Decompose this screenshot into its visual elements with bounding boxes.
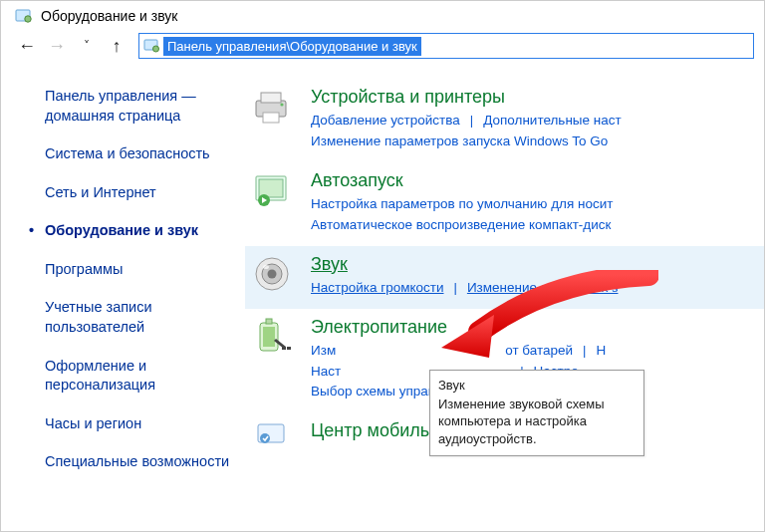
tooltip-body: Изменение звуковой схемы компьютера и на…: [438, 396, 636, 448]
category-sound[interactable]: Звук Настройка громкости | Изменение сис…: [245, 246, 764, 309]
recent-dropdown-icon[interactable]: ˅: [75, 34, 99, 58]
link-separator: |: [583, 341, 586, 362]
mobility-icon: [251, 420, 295, 464]
category-devices: Устройства и принтеры Добавление устройс…: [245, 79, 764, 162]
window-title: Оборудование и звук: [41, 8, 178, 24]
svg-point-15: [263, 265, 269, 269]
sidebar-item-accessibility[interactable]: Специальные возможности: [45, 452, 235, 472]
tooltip-title: Звук: [438, 377, 636, 395]
address-text: Панель управления\Оборудование и звук: [163, 37, 421, 56]
sidebar: Панель управления — домашняя страница Си…: [1, 63, 245, 523]
category-autoplay: Автозапуск Настройка параметров по умолч…: [245, 162, 764, 246]
link-power-nast[interactable]: Наст: [311, 362, 341, 383]
battery-plug-icon: [251, 317, 295, 361]
svg-rect-20: [287, 347, 291, 350]
sidebar-item-hardware-sound[interactable]: Оборудование и звук: [45, 221, 235, 241]
svg-point-7: [280, 103, 283, 106]
svg-rect-18: [263, 327, 275, 347]
sidebar-item-network[interactable]: Сеть и Интернет: [45, 183, 235, 203]
link-autoplay-defaults[interactable]: Настройка параметров по умолчанию для но…: [311, 194, 613, 215]
link-windows-to-go[interactable]: Изменение параметров запуска Windows To …: [311, 132, 608, 152]
sidebar-item-clock-region[interactable]: Часы и регион: [45, 414, 235, 434]
category-title-autoplay[interactable]: Автозапуск: [311, 170, 754, 191]
link-separator: |: [470, 111, 473, 132]
link-power-change[interactable]: Изм: [311, 341, 336, 362]
address-icon: [141, 35, 163, 57]
link-system-sounds[interactable]: Изменение системных з: [467, 278, 619, 299]
sidebar-item-home[interactable]: Панель управления — домашняя страница: [45, 87, 235, 126]
svg-point-14: [268, 269, 277, 278]
sidebar-item-appearance[interactable]: Оформление и персонализация: [45, 357, 235, 396]
link-autoplay-cd[interactable]: Автоматическое воспроизведение компакт-д…: [311, 215, 611, 236]
svg-point-22: [260, 433, 270, 443]
nav-toolbar: ← → ˅ ↑ Панель управления\Оборудование и…: [1, 29, 764, 63]
category-title-sound[interactable]: Звук: [311, 254, 754, 275]
link-volume[interactable]: Настройка громкости: [311, 278, 443, 299]
svg-point-1: [25, 16, 31, 22]
forward-button[interactable]: →: [45, 34, 69, 58]
svg-rect-5: [261, 93, 281, 103]
link-more-settings[interactable]: Дополнительные наст: [483, 111, 622, 132]
category-title-power[interactable]: Электропитание: [311, 317, 754, 338]
category-title-power-text: Электропитание: [311, 317, 447, 337]
autoplay-icon: [251, 170, 295, 214]
titlebar: Оборудование и звук: [1, 1, 764, 29]
printer-icon: [251, 87, 295, 131]
svg-rect-19: [282, 347, 286, 350]
back-button[interactable]: ←: [15, 34, 39, 58]
svg-rect-6: [263, 113, 279, 123]
svg-point-3: [153, 46, 159, 52]
sidebar-item-programs[interactable]: Программы: [45, 260, 235, 280]
link-add-device[interactable]: Добавление устройства: [311, 111, 460, 132]
address-bar[interactable]: Панель управления\Оборудование и звук: [138, 33, 754, 59]
sidebar-item-system[interactable]: Система и безопасность: [45, 144, 235, 164]
svg-rect-17: [266, 319, 272, 324]
link-separator: |: [453, 278, 456, 299]
up-button[interactable]: ↑: [105, 34, 128, 58]
content: Панель управления — домашняя страница Си…: [1, 63, 764, 523]
speaker-icon: [251, 254, 295, 298]
control-panel-icon: [15, 7, 33, 25]
category-title-devices[interactable]: Устройства и принтеры: [311, 87, 754, 108]
link-power-battery[interactable]: от батарей: [505, 341, 573, 362]
tooltip: Звук Изменение звуковой схемы компьютера…: [429, 370, 644, 456]
link-power-n[interactable]: Н: [596, 341, 606, 362]
sidebar-item-accounts[interactable]: Учетные записи пользователей: [45, 298, 235, 337]
